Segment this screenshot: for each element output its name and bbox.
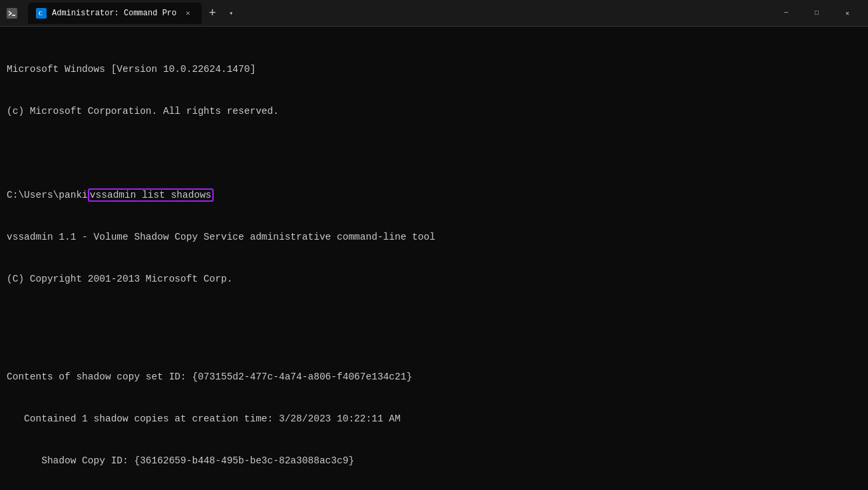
vss-tool-line: vssadmin 1.1 - Volume Shadow Copy Servic…	[7, 230, 861, 244]
command-highlight: vssadmin list shadows	[88, 188, 214, 202]
tab-close-button[interactable]: ✕	[182, 7, 194, 19]
new-tab-button[interactable]: +	[202, 3, 223, 24]
minimize-button[interactable]: ─	[771, 3, 801, 24]
empty-line-1	[7, 146, 861, 160]
shadow-set-1-id: Shadow Copy ID: {36162659-b448-495b-be3c…	[7, 454, 861, 468]
tab-app-icon: C	[36, 8, 47, 19]
tab-dropdown-button[interactable]: ▾	[223, 3, 239, 24]
window-controls[interactable]	[5, 7, 23, 20]
svg-text:C: C	[39, 11, 43, 17]
active-tab[interactable]: C Administrator: Command Pro ✕	[28, 3, 202, 24]
terminal-system-icon	[7, 8, 17, 19]
vss-copyright-line: (C) Copyright 2001-2013 Microsoft Corp.	[7, 272, 861, 286]
title-bar: C Administrator: Command Pro ✕ + ▾ ─ □ ✕	[0, 0, 868, 27]
terminal-window[interactable]: Microsoft Windows [Version 10.0.22624.14…	[0, 27, 868, 490]
prompt-line: C:\Users\pankivssadmin list shadows	[7, 188, 861, 202]
close-button[interactable]: ✕	[832, 3, 863, 24]
window-action-buttons[interactable]: ─ □ ✕	[771, 3, 863, 24]
vss-empty	[7, 314, 861, 328]
win-copyright-line: (c) Microsoft Corporation. All rights re…	[7, 105, 861, 119]
shadow-set-1-header: Contents of shadow copy set ID: {073155d…	[7, 370, 861, 384]
shadow-set-1-contained: Contained 1 shadow copies at creation ti…	[7, 412, 861, 426]
win-version-line: Microsoft Windows [Version 10.0.22624.14…	[7, 63, 861, 77]
tab-bar: C Administrator: Command Pro ✕ + ▾	[28, 3, 771, 24]
maximize-button[interactable]: □	[801, 3, 832, 24]
tab-title: Administrator: Command Pro	[52, 9, 176, 18]
